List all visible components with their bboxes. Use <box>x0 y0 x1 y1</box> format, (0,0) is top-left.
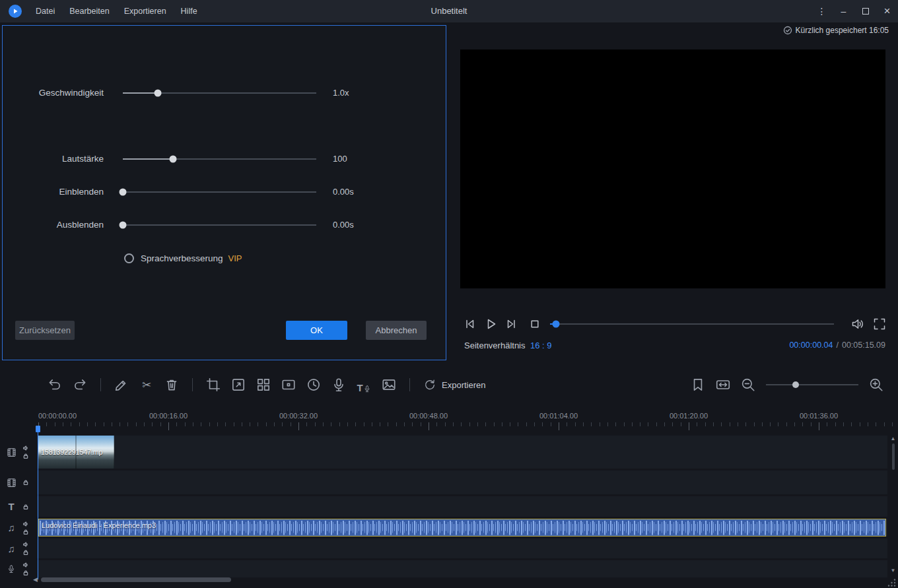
progress-thumb[interactable] <box>552 321 559 328</box>
track-header-overlay[interactable] <box>0 471 37 494</box>
fade-out-slider[interactable] <box>123 218 316 232</box>
app-logo-icon <box>9 5 22 18</box>
scroll-up-icon[interactable]: ▲ <box>889 434 897 442</box>
close-button[interactable]: × <box>876 0 898 22</box>
menu-item-hilfe[interactable]: Hilfe <box>174 3 205 19</box>
text-track-lane[interactable] <box>37 496 887 517</box>
edit-pencil-icon[interactable] <box>114 377 129 393</box>
audio2-track-lane[interactable] <box>37 539 887 558</box>
marker-flag-icon[interactable] <box>690 377 706 393</box>
tts-mic-glyph <box>363 385 371 393</box>
ruler-ticks <box>38 422 894 430</box>
fade-in-label: Einblenden <box>3 187 104 197</box>
zoom-in-icon[interactable] <box>868 377 884 393</box>
track-header-audio[interactable]: ♫ <box>0 519 37 537</box>
lock-icon[interactable] <box>22 549 29 556</box>
text-to-speech-icon[interactable]: T <box>356 377 372 393</box>
reset-button[interactable]: Zurücksetzen <box>15 321 75 340</box>
zoom-out-icon[interactable] <box>740 377 756 393</box>
menu-item-datei[interactable]: Datei <box>28 3 62 19</box>
overlay-track-lane[interactable] <box>37 471 887 494</box>
more-options-icon[interactable]: ⋮ <box>811 0 833 22</box>
zoom-slider-thumb[interactable] <box>792 381 799 388</box>
export-button[interactable]: Exportieren <box>423 378 485 391</box>
voice-enhance-radio[interactable] <box>124 253 134 263</box>
menu-item-bearbeiten[interactable]: Bearbeiten <box>62 3 116 19</box>
timeline-tracks: T ♫ ♫ <box>0 434 898 579</box>
ok-button[interactable]: OK <box>286 321 347 340</box>
lock-icon[interactable] <box>22 529 29 535</box>
aspect-ratio-value[interactable]: 16 : 9 <box>530 341 552 350</box>
play-icon[interactable] <box>483 317 498 331</box>
split-scissors-icon[interactable]: ✂ <box>139 377 155 393</box>
cancel-button[interactable]: Abbrechen <box>366 321 427 340</box>
resize-grip-icon[interactable] <box>886 578 897 587</box>
fade-out-label: Ausblenden <box>3 220 104 230</box>
mute-speaker-icon[interactable] <box>22 445 29 451</box>
tts-letter: T <box>357 383 363 393</box>
voiceover-mic-icon[interactable] <box>331 377 347 393</box>
speed-slider[interactable] <box>123 86 316 100</box>
vertical-scroll-thumb[interactable] <box>892 443 895 470</box>
lock-icon[interactable] <box>22 504 29 510</box>
vertical-scrollbar[interactable]: ▲ ▼ <box>889 434 897 574</box>
video-clip[interactable]: 1581392291547.mp <box>38 436 114 469</box>
volume-slider[interactable] <box>123 152 316 166</box>
slider-track <box>123 224 316 226</box>
delete-trash-icon[interactable] <box>164 377 180 393</box>
crop-icon[interactable] <box>205 377 221 393</box>
ruler-label: 00:00:16.00 <box>149 412 188 420</box>
slider-thumb[interactable] <box>170 156 177 163</box>
track-header-text[interactable]: T <box>0 496 37 517</box>
freeze-frame-icon[interactable] <box>281 377 296 393</box>
export-icon <box>423 378 436 391</box>
ruler-label: 00:01:36.00 <box>800 412 838 420</box>
stop-icon[interactable] <box>528 317 542 331</box>
audio-clip[interactable]: Ludovico Einaudi - Experience.mp3 <box>38 519 886 537</box>
playback-progress-slider[interactable] <box>550 317 834 331</box>
video-track-lane[interactable]: 1581392291547.mp <box>37 436 887 469</box>
maximize-button[interactable] <box>854 0 876 22</box>
playhead-handle[interactable] <box>36 426 40 432</box>
playhead-line[interactable] <box>38 426 38 579</box>
duration-clock-icon[interactable] <box>306 377 322 393</box>
timeline-ruler[interactable]: 00:00:00.00 00:00:16.00 00:00:32.00 00:0… <box>0 408 898 434</box>
playback-controls <box>449 315 898 333</box>
volume-icon[interactable] <box>850 317 865 331</box>
snapshot-icon[interactable] <box>381 377 397 393</box>
track-header-video[interactable] <box>0 436 37 469</box>
audio-track-lane[interactable]: Ludovico Einaudi - Experience.mp3 <box>37 519 887 537</box>
slider-thumb[interactable] <box>120 189 127 196</box>
window-controls: ⋮ – × <box>811 0 898 22</box>
mute-speaker-icon[interactable] <box>22 541 29 548</box>
previous-frame-icon[interactable] <box>462 317 477 331</box>
slider-thumb[interactable] <box>120 222 127 229</box>
title-bar: Datei Bearbeiten Exportieren Hilfe Unbet… <box>0 0 898 22</box>
scroll-down-icon[interactable]: ▼ <box>889 566 897 574</box>
undo-icon[interactable] <box>47 377 63 393</box>
saved-status-text: Kürzlich gespeichert 16:05 <box>796 26 889 35</box>
mute-speaker-icon[interactable] <box>22 521 29 527</box>
slider-thumb[interactable] <box>154 90 161 97</box>
lock-icon[interactable] <box>22 479 29 486</box>
lock-icon[interactable] <box>22 453 29 459</box>
fade-in-slider[interactable] <box>123 185 316 199</box>
menu-item-exportieren[interactable]: Exportieren <box>117 3 174 19</box>
mute-speaker-icon[interactable] <box>22 562 29 568</box>
fullscreen-icon[interactable] <box>872 317 887 331</box>
redo-icon[interactable] <box>72 377 88 393</box>
track-header-audio2[interactable]: ♫ <box>0 539 37 558</box>
scroll-left-icon[interactable]: ◀ <box>33 576 38 583</box>
minimize-button[interactable]: – <box>833 0 854 22</box>
fit-timeline-icon[interactable] <box>715 377 731 393</box>
horizontal-scroll-thumb[interactable] <box>41 577 231 582</box>
ruler-label: 00:00:48.00 <box>409 412 448 420</box>
progress-track <box>550 323 834 325</box>
lock-icon[interactable] <box>22 570 29 576</box>
zoom-tool-icon[interactable] <box>230 377 246 393</box>
timeline-zoom-slider[interactable] <box>766 377 858 392</box>
next-frame-icon[interactable] <box>504 317 519 331</box>
mosaic-icon[interactable] <box>256 377 271 393</box>
track-header-voiceover[interactable] <box>0 560 37 577</box>
voiceover-track-lane[interactable] <box>37 560 887 577</box>
